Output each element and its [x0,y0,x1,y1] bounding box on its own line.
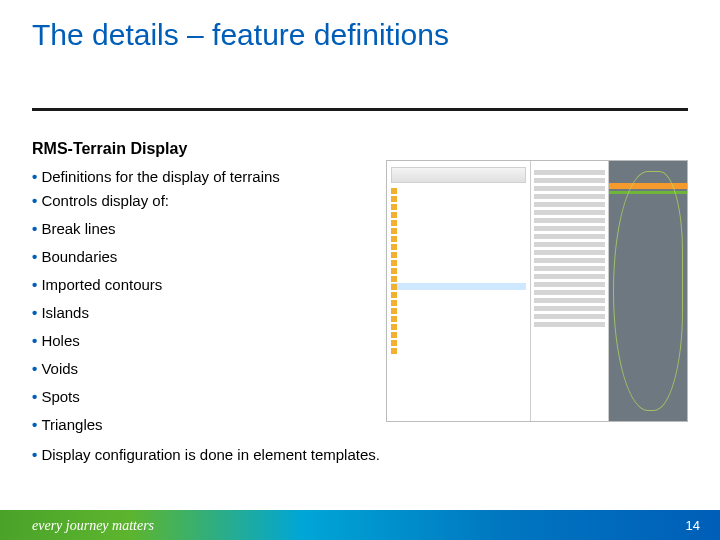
footer-tagline: every journey matters [32,518,154,534]
screenshot-tree-panel [387,161,531,421]
sub-holes: Holes [32,329,280,353]
sub-voids: Voids [32,357,280,381]
sub-boundaries: Boundaries [32,245,280,269]
element-templates-screenshot [386,160,688,422]
sub-islands: Islands [32,301,280,325]
sub-spots: Spots [32,385,280,409]
sub-triangles: Triangles [32,413,280,437]
slide-title: The details – feature definitions [32,18,449,52]
slide: The details – feature definitions RMS-Te… [0,0,720,540]
screenshot-viewport [609,161,687,421]
sub-breaklines: Break lines [32,217,280,241]
bullet-definitions: Definitions for the display of terrains [32,165,280,189]
page-number: 14 [686,518,700,533]
title-rule [32,108,688,111]
sub-imported-contours: Imported contours [32,273,280,297]
bullet-display-config: Display configuration is done in element… [32,446,380,463]
body-text: Definitions for the display of terrains … [32,165,280,441]
bullet-controls: Controls display of: [32,189,280,213]
screenshot-toolbar [391,167,526,183]
screenshot-properties-panel [531,161,609,421]
footer-bar: every journey matters 14 [0,510,720,540]
sub-bullet-list: Break lines Boundaries Imported contours… [32,217,280,437]
section-subhead: RMS-Terrain Display [32,140,187,158]
